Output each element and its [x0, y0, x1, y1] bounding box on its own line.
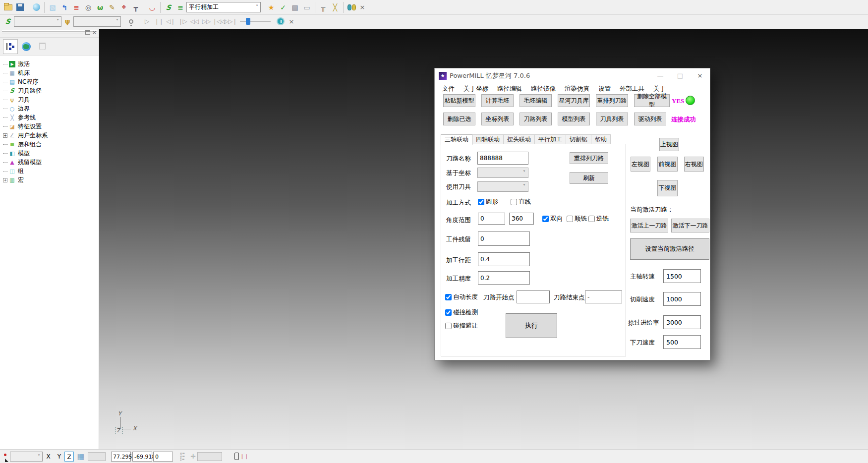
- sidebar-item-machine[interactable]: ▦机床: [3, 68, 99, 77]
- fast-forward-icon[interactable]: ▷▷: [200, 18, 212, 25]
- mode-circle-checkbox[interactable]: 圆形: [478, 198, 498, 206]
- stock-edit-button[interactable]: 毛坯编辑: [520, 94, 552, 107]
- sim-toolpath-combobox[interactable]: ˅: [14, 16, 61, 27]
- spindle-speed-input[interactable]: [663, 269, 701, 283]
- execute-button[interactable]: 执行: [506, 313, 557, 338]
- model-list-button[interactable]: 模型列表: [558, 113, 590, 125]
- transform-icon[interactable]: ╳: [329, 2, 341, 13]
- close-button[interactable]: ×: [690, 68, 710, 83]
- collision-check-checkbox[interactable]: 碰撞检测: [445, 308, 478, 317]
- sidebar-item-feature-set[interactable]: ◪特征设置: [3, 122, 99, 131]
- menu-file[interactable]: 文件: [438, 85, 459, 93]
- tool-combobox[interactable]: ˅: [477, 181, 528, 192]
- expand-icon[interactable]: +: [3, 133, 7, 138]
- strategy-list-icon[interactable]: ≡: [174, 2, 186, 13]
- tab-swivel-head[interactable]: 摆头联动: [503, 134, 535, 144]
- sidebar-item-tool[interactable]: ψ刀具: [3, 95, 99, 104]
- curve-pencil-icon[interactable]: ✎: [106, 2, 118, 13]
- sidebar-item-activate[interactable]: ▶激活: [3, 59, 99, 68]
- view-right-button[interactable]: 右视图: [684, 157, 704, 172]
- delete-all-models-button[interactable]: 删除全部模型: [634, 94, 670, 107]
- undercut-icon[interactable]: ω: [94, 2, 106, 13]
- toolpath-list-button[interactable]: 刀路列表: [520, 113, 552, 125]
- view-bottom-button[interactable]: 下视图: [657, 180, 678, 196]
- clock-icon[interactable]: [275, 16, 287, 27]
- axis-z-button[interactable]: Z: [64, 452, 74, 462]
- play-icon[interactable]: ▷: [141, 18, 153, 25]
- stock-lines-icon[interactable]: ≡: [70, 2, 82, 13]
- ruler-icon[interactable]: ▭: [301, 2, 313, 13]
- angle-from-input[interactable]: [478, 213, 505, 225]
- sidebar-item-pattern[interactable]: ╳参考线: [3, 113, 99, 122]
- view-top-button[interactable]: 上视图: [659, 138, 679, 151]
- go-start-icon[interactable]: ❘◁◁: [212, 18, 224, 25]
- coord-combobox[interactable]: ˅: [477, 168, 528, 178]
- sim-tool-combobox[interactable]: ˅: [73, 16, 121, 27]
- rewind-icon[interactable]: ◁◁: [188, 18, 200, 25]
- ball-tool-icon[interactable]: ◎: [82, 2, 94, 13]
- skim-feed-input[interactable]: [663, 315, 701, 329]
- calculator-icon[interactable]: ▤: [289, 2, 301, 13]
- sphere-icon[interactable]: [30, 2, 42, 13]
- collision-avoid-checkbox[interactable]: 碰撞避让: [445, 322, 478, 330]
- minimize-button[interactable]: —: [650, 68, 670, 83]
- tab-help[interactable]: 帮助: [591, 134, 611, 144]
- climb-checkbox[interactable]: 顺铣: [567, 215, 587, 223]
- tab-saw[interactable]: 切割锯: [566, 134, 591, 144]
- menu-path-mirror[interactable]: 路径镜像: [526, 85, 560, 93]
- save-icon[interactable]: [14, 2, 26, 13]
- menu-coords[interactable]: 关于坐标: [459, 85, 493, 93]
- end-point-input[interactable]: [585, 290, 622, 303]
- trash-icon[interactable]: [35, 39, 50, 54]
- tool-icon[interactable]: ψ: [61, 16, 73, 27]
- sidebar-item-levels[interactable]: ≡层和组合: [3, 140, 99, 149]
- step-forward-icon[interactable]: ❘▷: [176, 18, 188, 25]
- tab-parallel[interactable]: 平行加工: [534, 134, 566, 144]
- maximize-button[interactable]: □: [670, 68, 690, 83]
- tab-4axis[interactable]: 四轴联动: [472, 134, 504, 144]
- lamp-icon[interactable]: [125, 16, 137, 27]
- menu-settings[interactable]: 设置: [594, 85, 615, 93]
- slider-handle[interactable]: [246, 18, 250, 25]
- pause-icon[interactable]: ❘❘: [153, 18, 165, 25]
- menu-render-sim[interactable]: 渲染仿真: [560, 85, 594, 93]
- menu-external-tools[interactable]: 外部工具: [615, 85, 649, 93]
- activate-next-toolpath-button[interactable]: 激活下一刀路: [671, 219, 709, 232]
- coordinate-x-field[interactable]: 77.2951: [111, 452, 131, 462]
- expand-icon[interactable]: +: [3, 178, 7, 182]
- block-icon[interactable]: ▧: [47, 2, 58, 13]
- float-panel-icon[interactable]: [85, 30, 90, 35]
- tool-library-button[interactable]: 星河刀具库: [558, 94, 590, 107]
- menu-path-edit[interactable]: 路径编辑: [493, 85, 526, 93]
- tolerance-input[interactable]: [478, 271, 530, 285]
- axis-y-button[interactable]: Y: [55, 452, 64, 462]
- angle-to-input[interactable]: [509, 213, 534, 225]
- statusbar-combobox[interactable]: ˅: [10, 452, 43, 462]
- coord-list-button[interactable]: 坐标列表: [481, 113, 514, 125]
- explorer-tree-icon[interactable]: [3, 39, 18, 54]
- sidebar-item-model[interactable]: ◧模型: [3, 149, 99, 158]
- toolbar-close-icon[interactable]: ×: [357, 3, 367, 11]
- panel-grip[interactable]: ×: [0, 29, 99, 38]
- calc-stock-button[interactable]: 计算毛坯: [481, 94, 514, 107]
- tab-3axis[interactable]: 三轴联动: [441, 134, 472, 145]
- panel-close-icon[interactable]: ×: [92, 30, 97, 35]
- sidebar-item-nc-program[interactable]: ▤NC程序: [3, 77, 99, 86]
- tool-arc-icon[interactable]: ◡: [146, 2, 158, 13]
- view-front-button[interactable]: 前视图: [657, 157, 678, 172]
- toolpath-name-input[interactable]: [477, 152, 528, 165]
- start-point-input[interactable]: [517, 290, 550, 303]
- dialog-titlebar[interactable]: ★ PowerMILL 忆梦星河 7.0.6 — □ ×: [435, 68, 710, 83]
- toolpath-s-icon[interactable]: S: [2, 16, 14, 27]
- strategy-combobox[interactable]: 平行精加工 ˅: [186, 2, 261, 12]
- grid-icon[interactable]: ▦: [76, 452, 86, 462]
- rearrange-button[interactable]: 重排列刀路: [570, 152, 608, 164]
- plunge-speed-input[interactable]: [663, 335, 701, 349]
- menu-about[interactable]: 关于: [649, 85, 670, 93]
- toolpath-s-icon[interactable]: S: [163, 2, 174, 13]
- tool-pair-icon[interactable]: ╥: [317, 2, 329, 13]
- drive-list-button[interactable]: 驱动列表: [634, 113, 666, 125]
- cylinders-icon[interactable]: [346, 2, 357, 13]
- paste-new-model-button[interactable]: 粘贴新模型: [443, 94, 475, 107]
- toolbar-close-icon[interactable]: ×: [287, 18, 296, 25]
